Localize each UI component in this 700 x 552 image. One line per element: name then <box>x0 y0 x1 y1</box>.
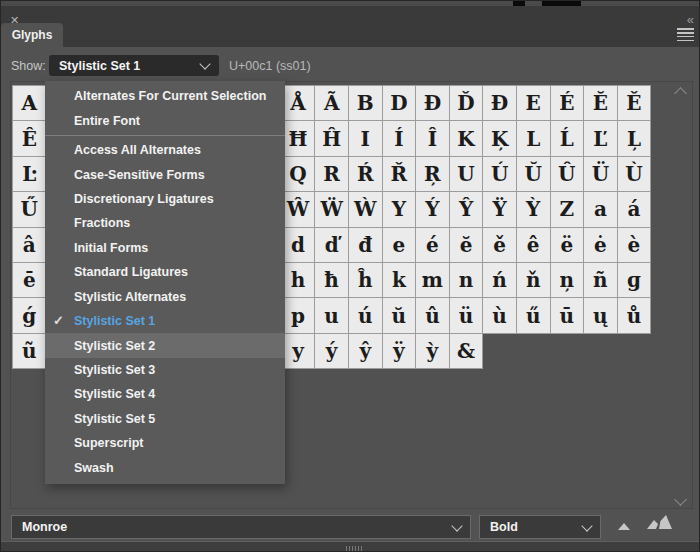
glyph-cell[interactable]: Ù <box>617 156 652 192</box>
collapse-panel-icon[interactable]: « <box>687 12 693 27</box>
glyph-cell[interactable]: ë <box>550 227 585 263</box>
glyph-cell[interactable]: y <box>281 333 316 369</box>
glyph-cell[interactable]: ũ <box>12 333 47 369</box>
glyph-cell[interactable]: Í <box>382 120 417 156</box>
glyph-cell[interactable]: ɡ <box>617 262 652 298</box>
glyph-cell[interactable]: Ļ <box>617 120 652 156</box>
glyph-cell[interactable]: Ķ <box>482 120 517 156</box>
menu-item-fractions[interactable]: Fractions <box>45 211 285 235</box>
menu-item-swash[interactable]: Swash <box>45 456 285 480</box>
menu-item-stylistic-alternates[interactable]: Stylistic Alternates <box>45 285 285 309</box>
glyph-cell[interactable]: ū <box>550 297 585 333</box>
font-style-select[interactable]: Bold <box>479 515 601 539</box>
menu-item-alternates-for-current-selection[interactable]: Alternates For Current Selection <box>45 84 285 108</box>
menu-item-stylistic-set-3[interactable]: Stylistic Set 3 <box>45 358 285 382</box>
glyph-cell[interactable]: ù <box>482 297 517 333</box>
scroll-down-icon[interactable] <box>674 493 687 506</box>
glyph-cell[interactable]: ń <box>482 262 517 298</box>
glyph-cell[interactable]: É <box>550 85 585 121</box>
glyph-cell[interactable]: Ĺ <box>550 120 585 156</box>
glyph-cell[interactable]: Ŵ <box>281 191 316 227</box>
glyph-cell[interactable]: Đ <box>415 85 450 121</box>
glyph-cell[interactable]: é <box>415 227 450 263</box>
glyph-cell[interactable]: Ê <box>12 120 47 156</box>
glyph-cell[interactable]: Ŷ <box>449 191 484 227</box>
glyph-cell[interactable]: ĥ <box>348 262 383 298</box>
tab-glyphs[interactable]: Glyphs <box>1 23 63 47</box>
glyph-cell[interactable]: ď <box>314 227 349 263</box>
zoom-in-button[interactable] <box>645 513 675 535</box>
glyph-cell[interactable]: ŭ <box>382 297 417 333</box>
glyph-cell[interactable]: Ẁ <box>348 191 383 227</box>
glyph-cell[interactable]: ÿ <box>382 333 417 369</box>
menu-item-stylistic-set-2[interactable]: Stylistic Set 2 <box>45 333 285 357</box>
glyph-cell[interactable]: Z <box>550 191 585 227</box>
font-family-select[interactable]: Monroe <box>11 515 471 539</box>
glyph-cell[interactable]: ņ <box>550 262 585 298</box>
glyph-cell[interactable]: e <box>382 227 417 263</box>
glyph-cell[interactable]: a <box>583 191 618 227</box>
glyph-cell[interactable]: Ĕ <box>583 85 618 121</box>
glyph-cell[interactable]: Å <box>281 85 316 121</box>
glyph-cell[interactable]: Ľ <box>583 120 618 156</box>
glyph-cell[interactable]: Ĥ <box>314 120 349 156</box>
menu-item-entire-font[interactable]: Entire Font <box>45 108 285 132</box>
menu-item-standard-ligatures[interactable]: Standard Ligatures <box>45 260 285 284</box>
glyph-cell[interactable]: ỳ <box>415 333 450 369</box>
glyph-cell[interactable]: á <box>617 191 652 227</box>
glyph-cell[interactable]: Y <box>382 191 417 227</box>
glyph-cell[interactable]: ē <box>12 262 47 298</box>
menu-item-superscript[interactable]: Superscript <box>45 431 285 455</box>
glyph-cell[interactable]: E <box>516 85 551 121</box>
glyph-cell[interactable]: Ŕ <box>348 156 383 192</box>
menu-item-case-sensitive-forms[interactable]: Case-Sensitive Forms <box>45 162 285 186</box>
glyph-cell[interactable]: Ỳ <box>516 191 551 227</box>
glyph-cell[interactable]: Q <box>281 156 316 192</box>
glyph-cell[interactable]: Ẅ <box>314 191 349 227</box>
glyph-cell[interactable]: Ŭ <box>516 156 551 192</box>
zoom-out-button[interactable] <box>613 517 639 535</box>
glyph-cell[interactable]: đ <box>348 227 383 263</box>
menu-item-discretionary-ligatures[interactable]: Discretionary Ligatures <box>45 187 285 211</box>
glyph-cell[interactable]: ů <box>617 297 652 333</box>
glyph-cell[interactable]: ě <box>482 227 517 263</box>
glyph-cell[interactable]: è <box>617 227 652 263</box>
glyph-cell[interactable]: ý <box>314 333 349 369</box>
glyph-cell[interactable]: B <box>348 85 383 121</box>
glyph-cell[interactable]: â <box>12 227 47 263</box>
glyph-cell[interactable]: Ã <box>314 85 349 121</box>
glyph-cell[interactable]: K <box>449 120 484 156</box>
menu-item-stylistic-set-1[interactable]: ✓Stylistic Set 1 <box>45 309 285 333</box>
glyph-cell[interactable]: Ŀ <box>12 156 47 192</box>
glyph-cell[interactable]: ň <box>516 262 551 298</box>
glyph-cell[interactable]: m <box>415 262 450 298</box>
glyph-cell[interactable]: ü <box>449 297 484 333</box>
glyph-cell[interactable]: Î <box>415 120 450 156</box>
glyph-cell[interactable]: ŷ <box>348 333 383 369</box>
glyph-cell[interactable]: ħ <box>314 262 349 298</box>
glyph-cell[interactable]: ǵ <box>12 297 47 333</box>
glyph-cell[interactable]: & <box>449 333 484 369</box>
glyph-cell[interactable]: U <box>449 156 484 192</box>
glyph-cell[interactable]: Đ <box>482 85 517 121</box>
resize-grip[interactable] <box>346 546 364 552</box>
glyph-cell[interactable]: k <box>382 262 417 298</box>
glyph-cell[interactable]: Ŗ <box>415 156 450 192</box>
show-select[interactable]: Stylistic Set 1 <box>49 55 219 76</box>
glyph-cell[interactable]: ų <box>583 297 618 333</box>
glyph-cell[interactable]: R <box>314 156 349 192</box>
glyph-cell[interactable]: n <box>449 262 484 298</box>
glyph-cell[interactable]: Ě <box>617 85 652 121</box>
glyph-cell[interactable]: A <box>12 85 47 121</box>
menu-item-initial-forms[interactable]: Initial Forms <box>45 236 285 260</box>
glyph-cell[interactable]: Ÿ <box>482 191 517 227</box>
glyph-cell[interactable]: u <box>314 297 349 333</box>
glyph-cell[interactable]: û <box>415 297 450 333</box>
menu-item-access-all-alternates[interactable]: Access All Alternates <box>45 138 285 162</box>
scroll-up-icon[interactable] <box>674 87 687 100</box>
glyph-cell[interactable]: h <box>281 262 316 298</box>
glyph-cell[interactable]: Ú <box>482 156 517 192</box>
glyph-cell[interactable]: ê <box>516 227 551 263</box>
glyph-cell[interactable]: D <box>382 85 417 121</box>
glyph-cell[interactable]: Ħ <box>281 120 316 156</box>
